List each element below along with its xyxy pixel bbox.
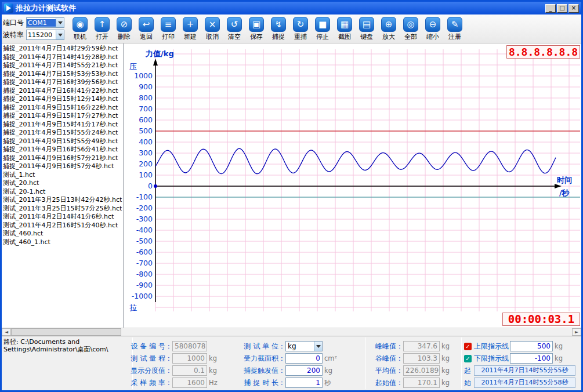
minimize-button[interactable]: _ (545, 4, 556, 13)
toolbar-button-label: 全部 (404, 32, 417, 41)
toolbar-button-recapture[interactable]: ↻重捕 (289, 16, 312, 42)
toolbar-button-connect[interactable]: ◉联机 (69, 16, 91, 42)
field-row: 谷峰值：103.3kg (373, 353, 450, 364)
scrollbar-thumb[interactable] (11, 328, 121, 336)
y-axis-arrow-icon (153, 59, 158, 66)
lower-limit-label: 下限指示线 (474, 354, 510, 364)
capture-start-time-2-field: 2011年4月7日14时55分58秒 (474, 378, 575, 388)
file-list-item[interactable]: 捕捉_2011年4月7日14时41分28秒.hct (3, 53, 123, 62)
close-button[interactable]: × (568, 4, 579, 13)
toolbar-button-screenshot[interactable]: ▦截图 (334, 16, 356, 42)
file-list-item[interactable]: 测试_20-1.hct (3, 188, 123, 197)
initial-value-unit: kg (441, 379, 450, 387)
initial-value-label: 起始值： (373, 378, 403, 388)
maximize-button[interactable]: □ (557, 4, 567, 13)
baud-select[interactable]: 115200 (26, 30, 64, 40)
toolbar-button-return[interactable]: ↩返回 (135, 16, 157, 42)
file-list-item[interactable]: 捕捉_2011年4月7日15时53分53秒.hct (3, 70, 123, 79)
upper-limit-field[interactable]: 500 (510, 341, 553, 351)
svg-text:-800: -800 (136, 270, 153, 278)
svg-text:-200: -200 (136, 204, 153, 212)
toolbar-button-stop[interactable]: ■停止 (312, 16, 334, 42)
file-list-item[interactable]: 捕捉_2011年4月9日15时12分14秒.hct (3, 95, 123, 104)
toolbar-button-label: 注册 (448, 32, 461, 41)
toolbar-button-zoom-in[interactable]: ⊕放大 (378, 16, 400, 42)
toolbar-button-keyboard[interactable]: ▤键盘 (356, 16, 378, 42)
chevron-down-icon[interactable] (314, 342, 322, 351)
file-list-item[interactable]: 捕捉_2011年4月9日15时16分22秒.hct (3, 104, 123, 112)
file-list-item[interactable]: 测试_2011年3月25日15时57分25秒.hct (3, 205, 123, 213)
scroll-right-arrow-icon[interactable]: ► (572, 328, 581, 336)
toolbar-button-cancel[interactable]: ×取消 (201, 16, 223, 42)
port-dropdown-arrow-icon[interactable] (56, 18, 64, 27)
toolbar-button-open[interactable]: ↑打开 (91, 16, 113, 42)
main-area: 捕捉_2011年4月7日14时29分59秒.hct捕捉_2011年4月7日14时… (2, 43, 581, 328)
file-list-item[interactable]: 捕捉_2011年4月9日16时57分21秒.hct (3, 154, 123, 163)
file-list-item[interactable]: 测试_1.hct (3, 171, 123, 180)
svg-text:-1000: -1000 (132, 292, 153, 300)
svg-text:300: 300 (139, 148, 153, 157)
baud-dropdown-arrow-icon[interactable] (56, 30, 64, 39)
file-list-item[interactable]: 捕捉_2011年4月7日16时39分56秒.hct (3, 78, 123, 87)
toolbar-button-save[interactable]: ▣保存 (245, 16, 267, 42)
toolbar-button-new[interactable]: +新建 (179, 16, 201, 42)
file-list-item[interactable]: 测试_20.hct (3, 179, 123, 188)
toolbar-button-label: 清空 (228, 32, 241, 41)
toolbar-button-print[interactable]: ≡打印 (157, 16, 179, 42)
field-row: 起始值：170.1kg (373, 378, 450, 388)
display-division-unit: kg (209, 366, 217, 375)
device-number-field: 5808078 (172, 341, 207, 351)
scrollbar-track[interactable] (11, 328, 572, 336)
test-unit-select[interactable]: kg (285, 341, 323, 351)
toolbar-button-view-all[interactable]: ◎全部 (400, 16, 422, 42)
toolbar-button-clear[interactable]: ↺清空 (223, 16, 245, 42)
stop-square-icon: ■ (315, 17, 330, 32)
toolbar-button-label: 删除 (118, 32, 131, 41)
cross-section-area-unit: cm² (324, 354, 337, 362)
lower-limit-field[interactable]: -100 (510, 353, 553, 364)
file-list-item[interactable]: 捕捉_2011年4月7日14时29分59秒.hct (3, 45, 123, 53)
cancel-cross-icon: × (205, 17, 220, 32)
file-list-item[interactable]: 捕捉_2011年4月9日15时17分27秒.hct (3, 112, 123, 121)
device-number-label: 设 备 编 号： (131, 342, 172, 351)
field-row: 捕 捉 时 长：1秒 (241, 378, 337, 388)
test-settings-group: 测 试 单 位：kg受力截面积：0cm²捕捉触发值：200kg捕 捉 时 长：1… (241, 341, 337, 390)
file-list-item[interactable]: 测试_2011年4月2日14时41分6秒.hct (3, 213, 123, 222)
file-list-item[interactable]: 捕捉_2011年4月7日14时55分21秒.hct (3, 61, 123, 70)
horizontal-scrollbar[interactable]: ◄ ► (2, 328, 581, 336)
file-list-item[interactable]: 测试_2011年4月2日16时51分40秒.hct (3, 222, 123, 230)
printer-icon: ≡ (161, 17, 176, 32)
file-list-item[interactable]: 捕捉_2011年4月9日15时55分49秒.hct (3, 137, 123, 146)
toolbar-button-register[interactable]: ✎注册 (444, 16, 466, 42)
window-title: 推拉力计测试软件 (16, 3, 76, 13)
titlebar: 推拉力计测试软件 _ □ × (2, 2, 581, 14)
cross-section-area-label: 受力截面积： (241, 354, 285, 364)
file-list-item[interactable]: 捕捉_2011年4月9日16时57分4秒.hct (3, 162, 123, 171)
file-list-item[interactable]: 测试_2011年3月25日13时42分42秒.hct (3, 196, 123, 205)
separator (461, 337, 462, 389)
scroll-left-arrow-icon[interactable]: ◄ (2, 328, 11, 336)
capture-trigger-field[interactable]: 200 (285, 365, 323, 376)
display-division-field: 0.1 (172, 365, 207, 376)
file-list-item[interactable]: 捕捉_2011年4月7日16时41分22秒.hct (3, 87, 123, 96)
toolbar-button-label: 保存 (250, 32, 263, 41)
toolbar-button-capture[interactable]: ↯捕捉 (267, 16, 289, 42)
port-select[interactable]: COM1 (26, 17, 64, 28)
file-list-item[interactable]: 捕捉_2011年4月9日15时55分24秒.hct (3, 129, 123, 137)
file-list-item[interactable]: 测试_460.hct (3, 230, 123, 238)
toolbar-button-zoom-out[interactable]: ⊖缩小 (422, 16, 444, 42)
new-plus-icon: + (183, 17, 198, 32)
upper-limit-checkbox[interactable]: ✓ (464, 343, 472, 350)
svg-text:力值/kg: 力值/kg (145, 49, 174, 58)
file-list-item[interactable]: 捕捉_2011年4月9日15时41分17秒.hct (3, 121, 123, 129)
field-row: 显示分度值：0.1kg (131, 365, 218, 376)
file-list-item[interactable]: 捕捉_2011年4月9日16时56分41秒.hct (3, 146, 123, 154)
file-list-item[interactable]: 测试_460_1.hct (3, 238, 123, 247)
toolbar-button-label: 联机 (74, 32, 86, 41)
capture-start-time-1-label: 起 (464, 366, 474, 376)
toolbar-button-delete[interactable]: ⊘删除 (113, 16, 135, 42)
limits-group: ✓上限指示线500kg✓下限指示线-100kg起2011年4月7日14时55分5… (464, 341, 575, 390)
cross-section-area-field[interactable]: 0 (285, 353, 323, 364)
capture-duration-field[interactable]: 1 (285, 378, 323, 388)
lower-limit-checkbox[interactable]: ✓ (464, 355, 472, 362)
